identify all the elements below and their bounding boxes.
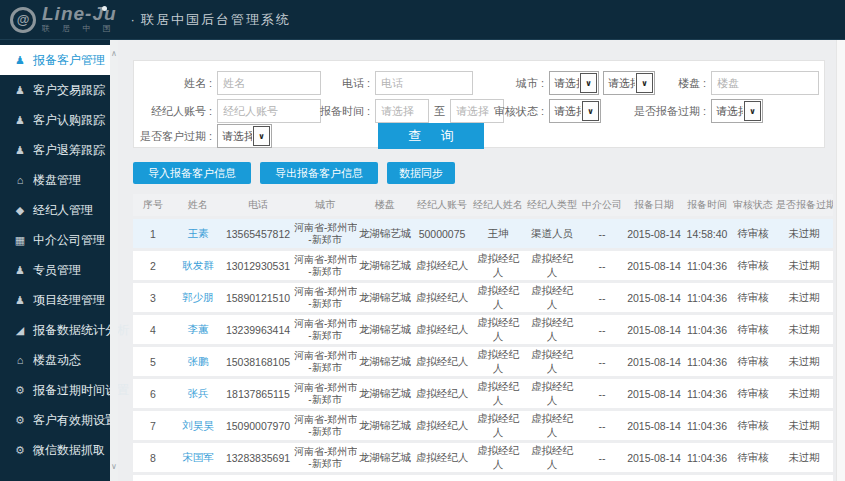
table-row[interactable]: 2 耿发群 13012930531 河南省-郑州市 -新郑市 龙湖锦艺城 虚拟经… bbox=[133, 251, 833, 280]
chevron-down-icon: ∨ bbox=[744, 101, 761, 121]
column-header: 姓名 bbox=[173, 194, 223, 216]
sidebar-item[interactable]: ⚙ 客户有效期设置 bbox=[0, 405, 118, 435]
cell-building: 龙湖锦艺城 bbox=[357, 219, 413, 248]
gear-icon: ⚙ bbox=[13, 414, 27, 427]
table-row[interactable]: 6 张兵 18137865115 河南省-郑州市 -新郑市 龙湖锦艺城 虚拟经纪… bbox=[133, 379, 833, 408]
export-button[interactable]: 导出报备客户信息 bbox=[260, 162, 378, 184]
cell-name-link[interactable]: 刘昊昊 bbox=[173, 411, 223, 440]
column-header: 序号 bbox=[133, 194, 173, 216]
table-row[interactable]: 4 李蕙 13239963414 河南省-郑州市 -新郑市 龙湖锦艺城 虚拟经纪… bbox=[133, 315, 833, 344]
building-input[interactable] bbox=[711, 71, 819, 95]
sidebar: ♟ 报备客户管理 ♟ 客户交易跟踪 ♟ 客户认购跟踪 ♟ 客户退筹跟踪 ⌂ 楼盘… bbox=[0, 40, 118, 481]
user-icon: ♟ bbox=[13, 264, 27, 277]
sidebar-item-label: 客户认购跟踪 bbox=[33, 112, 105, 129]
customer-table: 序号 姓名 电话 城市 楼盘 经纪人账号 经纪人姓名 经纪人类型 中介公司 bbox=[133, 191, 833, 475]
main-scrollbar[interactable] bbox=[836, 40, 845, 481]
sidebar-item[interactable]: ♟ 客户退筹跟踪 bbox=[0, 135, 118, 165]
cell-agent-name: 虚拟经纪人 bbox=[471, 251, 525, 280]
sidebar-item[interactable]: ◢ 报备数据统计分析 bbox=[0, 315, 118, 345]
cell-agent-type: 虚拟经纪人 bbox=[525, 411, 579, 440]
table-row[interactable]: 7 刘昊昊 15090007970 河南省-郑州市 -新郑市 龙湖锦艺城 虚拟经… bbox=[133, 411, 833, 440]
manager-icon: ♟ bbox=[13, 294, 27, 307]
cell-index: 8 bbox=[133, 443, 173, 472]
cell-audit-status: 待审核 bbox=[731, 347, 775, 376]
cell-city: 河南省-郑州市 -新郑市 bbox=[293, 251, 357, 280]
sidebar-item[interactable]: ⚙ 报备过期时间设置 bbox=[0, 375, 118, 405]
cell-report-time: 11:04:36 bbox=[683, 347, 731, 376]
cell-agent-account: 虚拟经纪人 bbox=[413, 283, 471, 312]
cell-report-date: 2015-08-14 bbox=[625, 379, 683, 408]
cell-phone: 18137865115 bbox=[223, 379, 293, 408]
cell-agent-name: 虚拟经纪人 bbox=[471, 315, 525, 344]
cell-agency: -- bbox=[579, 411, 625, 440]
cell-building: 龙湖锦艺城 bbox=[357, 443, 413, 472]
table-row[interactable]: 3 郭少朋 15890121510 河南省-郑州市 -新郑市 龙湖锦艺城 虚拟经… bbox=[133, 283, 833, 312]
sidebar-item-label: 客户交易跟踪 bbox=[33, 82, 105, 99]
sidebar-item-label: 中介公司管理 bbox=[33, 232, 105, 249]
cell-index: 3 bbox=[133, 283, 173, 312]
cell-audit-status: 待审核 bbox=[731, 443, 775, 472]
phone-label: 电话 : bbox=[304, 76, 370, 91]
sidebar-item-label: 楼盘管理 bbox=[33, 172, 81, 189]
cell-agency: -- bbox=[579, 443, 625, 472]
cell-agent-name: 虚拟经纪人 bbox=[471, 347, 525, 376]
sidebar-item[interactable]: ⌂ 楼盘动态 bbox=[0, 345, 118, 375]
cell-agent-type: 虚拟经纪人 bbox=[525, 443, 579, 472]
sidebar-item[interactable]: ⚙ 微信数据抓取 bbox=[0, 435, 118, 465]
phone-input[interactable] bbox=[375, 71, 473, 95]
cell-index: 4 bbox=[133, 315, 173, 344]
cell-building: 龙湖锦艺城 bbox=[357, 379, 413, 408]
customer-expired-select[interactable]: 请选择 ∨ bbox=[217, 124, 272, 148]
cell-report-date: 2015-08-14 bbox=[625, 315, 683, 344]
gear-icon: ⚙ bbox=[13, 384, 27, 397]
cell-audit-status: 待审核 bbox=[731, 283, 775, 312]
city-province-select[interactable]: 请选择 ∨ bbox=[549, 71, 599, 95]
sidebar-item[interactable]: ♟ 报备客户管理 bbox=[0, 45, 118, 75]
action-buttons: 导入报备客户信息 导出报备客户信息 数据同步 bbox=[133, 162, 845, 184]
cell-expired: 未过期 bbox=[775, 219, 833, 248]
cell-phone: 13012930531 bbox=[223, 251, 293, 280]
sidebar-item-label: 客户有效期设置 bbox=[33, 412, 117, 429]
column-header: 经纪人姓名 bbox=[471, 194, 525, 216]
table-row[interactable]: 1 王素 13565457812 河南省-郑州市 -新郑市 龙湖锦艺城 5000… bbox=[133, 219, 833, 248]
cell-index: 7 bbox=[133, 411, 173, 440]
cell-name-link[interactable]: 李蕙 bbox=[173, 315, 223, 344]
cell-name-link[interactable]: 郭少朋 bbox=[173, 283, 223, 312]
cell-name-link[interactable]: 王素 bbox=[173, 219, 223, 248]
report-time-from-input[interactable] bbox=[375, 99, 429, 123]
cell-index: 5 bbox=[133, 347, 173, 376]
table-row[interactable]: 8 宋国军 13283835691 河南省-郑州市 -新郑市 龙湖锦艺城 虚拟经… bbox=[133, 443, 833, 472]
sidebar-item[interactable]: ▦ 中介公司管理 bbox=[0, 225, 118, 255]
sidebar-item[interactable]: ♟ 专员管理 bbox=[0, 255, 118, 285]
sidebar-item[interactable]: ♟ 客户交易跟踪 bbox=[0, 75, 118, 105]
cell-report-time: 14:58:40 bbox=[683, 219, 731, 248]
chevron-up-icon[interactable]: ∧ bbox=[111, 50, 117, 58]
cell-phone: 15038168105 bbox=[223, 347, 293, 376]
cell-agency: -- bbox=[579, 379, 625, 408]
table-row[interactable]: 5 张鹏 15038168105 河南省-郑州市 -新郑市 龙湖锦艺城 虚拟经纪… bbox=[133, 347, 833, 376]
cell-report-time: 11:04:36 bbox=[683, 379, 731, 408]
cell-agent-account: 虚拟经纪人 bbox=[413, 443, 471, 472]
audit-status-select[interactable]: 请选择 ∨ bbox=[549, 99, 601, 123]
logo-dot-icon bbox=[102, 6, 107, 11]
sidebar-item[interactable]: ◆ 经纪人管理 bbox=[0, 195, 118, 225]
cell-name-link[interactable]: 张鹏 bbox=[173, 347, 223, 376]
column-header: 电话 bbox=[223, 194, 293, 216]
cell-name-link[interactable]: 宋国军 bbox=[173, 443, 223, 472]
cell-name-link[interactable]: 耿发群 bbox=[173, 251, 223, 280]
sidebar-item[interactable]: ♟ 客户认购跟踪 bbox=[0, 105, 118, 135]
cell-agent-type: 虚拟经纪人 bbox=[525, 347, 579, 376]
column-header: 城市 bbox=[293, 194, 357, 216]
sync-button[interactable]: 数据同步 bbox=[387, 162, 455, 184]
column-header: 楼盘 bbox=[357, 194, 413, 216]
cell-name-link[interactable]: 张兵 bbox=[173, 379, 223, 408]
chevron-down-icon[interactable]: ∨ bbox=[111, 463, 117, 471]
cell-index: 2 bbox=[133, 251, 173, 280]
cell-report-time: 11:04:36 bbox=[683, 443, 731, 472]
import-button[interactable]: 导入报备客户信息 bbox=[133, 162, 251, 184]
search-button[interactable]: 查 询 bbox=[378, 123, 484, 149]
sidebar-item[interactable]: ⌂ 楼盘管理 bbox=[0, 165, 118, 195]
sidebar-scrollbar[interactable]: ∧ ∨ bbox=[110, 40, 118, 481]
sidebar-item[interactable]: ♟ 项目经理管理 bbox=[0, 285, 118, 315]
report-expired-select[interactable]: 请选择 ∨ bbox=[711, 99, 763, 123]
